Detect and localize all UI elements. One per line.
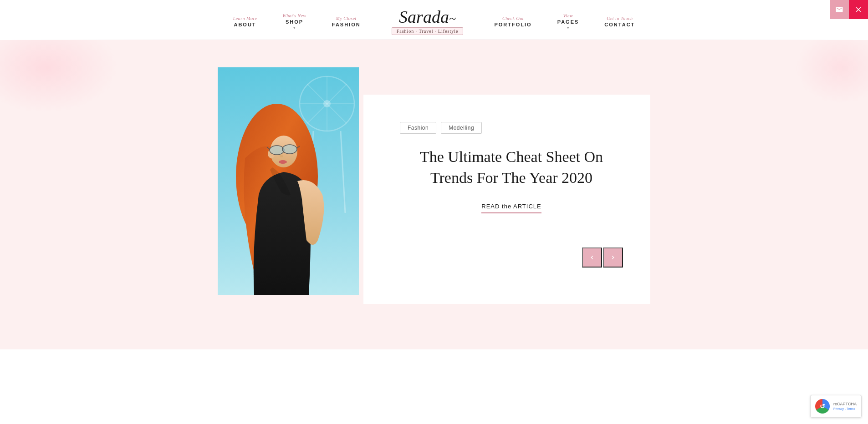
svg-point-13 [280,155,283,157]
nav-shop[interactable]: What's New SHOP ▾ [270,13,319,30]
article-title: The Ultimate Cheat Sheet On Trends For T… [400,146,623,188]
read-article-link[interactable]: READ the ARTICLE [481,203,541,213]
svg-point-14 [279,160,287,164]
logo-script: Sarada~ [392,8,464,25]
nav-fashion[interactable]: My Closet FASHION [319,16,373,27]
nav-contact-sub: Get in Touch [604,16,635,21]
svg-line-17 [282,150,284,150]
top-bar [830,0,868,19]
arrow-right-icon [609,254,617,261]
nav-pages[interactable]: View PAGES ▾ [545,13,592,30]
tag-modelling[interactable]: Modelling [441,122,482,134]
article-photo-side [218,67,363,304]
nav-pages-sub: View [557,13,579,18]
svg-point-15 [270,146,284,155]
nav-portfolio-sub: Check Out [494,16,531,21]
arrow-left-icon [588,254,596,261]
nav-pages-arrow: ▾ [557,25,579,30]
nav-shop-arrow: ▾ [282,25,306,30]
nav-shop-main: SHOP [282,19,306,25]
next-article-button[interactable] [603,247,623,268]
svg-point-16 [282,145,297,154]
nav-contact[interactable]: Get in Touch CONTACT [592,16,648,27]
close-icon [854,5,863,14]
nav-fashion-main: FASHION [332,22,361,27]
article-tags: Fashion Modelling [400,122,623,134]
nav-right: Check Out PORTFOLIO View PAGES ▾ Get in … [481,13,648,30]
nav-portfolio-main: PORTFOLIO [494,22,531,27]
close-button[interactable] [849,0,868,19]
nav-pages-main: PAGES [557,19,579,25]
nav-shop-sub: What's New [282,13,306,18]
nav-about-main: ABOUT [233,22,257,27]
nav-about[interactable]: Learn More ABOUT [220,16,270,27]
content-area: Fashion Modelling The Ultimate Cheat She… [0,40,868,331]
nav-portfolio[interactable]: Check Out PORTFOLIO [481,16,544,27]
main-nav: Learn More ABOUT What's New SHOP ▾ My Cl… [0,0,868,40]
background-art [218,67,359,295]
article-photo [218,67,359,295]
envelope-button[interactable] [830,0,849,19]
logo-tagline: Fashion · Travel · Lifestyle [392,27,464,35]
nav-left: Learn More ABOUT What's New SHOP ▾ My Cl… [220,13,373,30]
article-nav-arrows [400,247,623,277]
tag-fashion[interactable]: Fashion [400,122,436,134]
site-logo[interactable]: Sarada~ Fashion · Travel · Lifestyle [373,8,482,35]
envelope-icon [835,5,843,14]
person-background [218,67,359,295]
article-card: Fashion Modelling The Ultimate Cheat She… [218,67,650,304]
hero-section: Fashion Modelling The Ultimate Cheat She… [0,40,868,349]
prev-article-button[interactable] [582,247,602,268]
nav-about-sub: Learn More [233,16,257,21]
nav-fashion-sub: My Closet [332,16,361,21]
read-text: READ the ARTICLE [481,203,541,210]
article-text-side: Fashion Modelling The Ultimate Cheat She… [363,95,650,304]
nav-contact-main: CONTACT [604,22,635,27]
